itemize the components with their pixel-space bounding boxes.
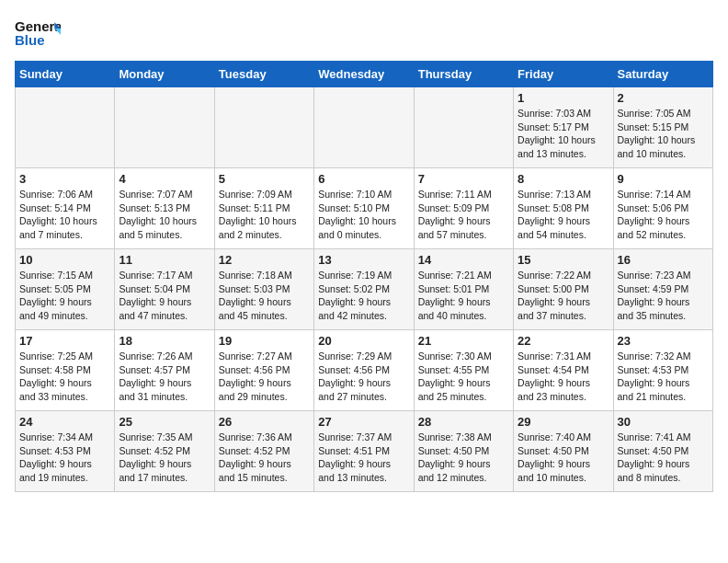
day-number: 3 bbox=[19, 172, 110, 186]
day-number: 10 bbox=[19, 253, 110, 267]
day-number: 25 bbox=[119, 415, 210, 429]
calendar-cell bbox=[16, 87, 115, 168]
day-info: Sunrise: 7:06 AM Sunset: 5:14 PM Dayligh… bbox=[19, 188, 110, 242]
day-number: 20 bbox=[318, 334, 409, 348]
calendar-cell bbox=[314, 87, 414, 168]
calendar-cell: 21Sunrise: 7:30 AM Sunset: 4:55 PM Dayli… bbox=[414, 330, 513, 411]
calendar-cell: 19Sunrise: 7:27 AM Sunset: 4:56 PM Dayli… bbox=[214, 330, 313, 411]
day-info: Sunrise: 7:19 AM Sunset: 5:02 PM Dayligh… bbox=[318, 269, 409, 323]
day-info: Sunrise: 7:34 AM Sunset: 4:53 PM Dayligh… bbox=[19, 431, 110, 485]
day-number: 18 bbox=[119, 334, 210, 348]
calendar-cell: 4Sunrise: 7:07 AM Sunset: 5:13 PM Daylig… bbox=[115, 168, 214, 249]
day-number: 17 bbox=[19, 334, 110, 348]
calendar-cell: 27Sunrise: 7:37 AM Sunset: 4:51 PM Dayli… bbox=[314, 411, 414, 492]
calendar-cell: 1Sunrise: 7:03 AM Sunset: 5:17 PM Daylig… bbox=[514, 87, 613, 168]
calendar-cell: 17Sunrise: 7:25 AM Sunset: 4:58 PM Dayli… bbox=[16, 330, 115, 411]
day-info: Sunrise: 7:37 AM Sunset: 4:51 PM Dayligh… bbox=[318, 431, 409, 485]
svg-text:Blue: Blue bbox=[15, 32, 45, 48]
day-info: Sunrise: 7:30 AM Sunset: 4:55 PM Dayligh… bbox=[418, 350, 509, 404]
calendar-cell: 6Sunrise: 7:10 AM Sunset: 5:10 PM Daylig… bbox=[314, 168, 414, 249]
calendar-cell: 23Sunrise: 7:32 AM Sunset: 4:53 PM Dayli… bbox=[613, 330, 712, 411]
calendar-cell: 30Sunrise: 7:41 AM Sunset: 4:50 PM Dayli… bbox=[613, 411, 712, 492]
weekday-header-thursday: Thursday bbox=[414, 62, 513, 87]
day-number: 26 bbox=[219, 415, 310, 429]
day-number: 6 bbox=[318, 172, 409, 186]
calendar-cell bbox=[414, 87, 513, 168]
day-info: Sunrise: 7:05 AM Sunset: 5:15 PM Dayligh… bbox=[618, 107, 709, 161]
calendar-cell: 26Sunrise: 7:36 AM Sunset: 4:52 PM Dayli… bbox=[214, 411, 313, 492]
calendar-cell: 28Sunrise: 7:38 AM Sunset: 4:50 PM Dayli… bbox=[414, 411, 513, 492]
day-info: Sunrise: 7:15 AM Sunset: 5:05 PM Dayligh… bbox=[19, 269, 110, 323]
day-number: 21 bbox=[418, 334, 509, 348]
calendar-cell: 29Sunrise: 7:40 AM Sunset: 4:50 PM Dayli… bbox=[514, 411, 613, 492]
calendar-cell: 3Sunrise: 7:06 AM Sunset: 5:14 PM Daylig… bbox=[16, 168, 115, 249]
calendar-cell bbox=[115, 87, 214, 168]
logo: General Blue bbox=[15, 15, 61, 52]
weekday-header-friday: Friday bbox=[514, 62, 613, 87]
day-number: 7 bbox=[418, 172, 509, 186]
calendar-cell: 7Sunrise: 7:11 AM Sunset: 5:09 PM Daylig… bbox=[414, 168, 513, 249]
day-number: 16 bbox=[618, 253, 709, 267]
weekday-header-sunday: Sunday bbox=[16, 62, 115, 87]
day-number: 14 bbox=[418, 253, 509, 267]
day-info: Sunrise: 7:31 AM Sunset: 4:54 PM Dayligh… bbox=[518, 350, 609, 404]
day-info: Sunrise: 7:35 AM Sunset: 4:52 PM Dayligh… bbox=[119, 431, 210, 485]
day-info: Sunrise: 7:41 AM Sunset: 4:50 PM Dayligh… bbox=[618, 431, 709, 485]
calendar-cell: 15Sunrise: 7:22 AM Sunset: 5:00 PM Dayli… bbox=[514, 249, 613, 330]
calendar-cell: 5Sunrise: 7:09 AM Sunset: 5:11 PM Daylig… bbox=[214, 168, 313, 249]
day-info: Sunrise: 7:40 AM Sunset: 4:50 PM Dayligh… bbox=[518, 431, 609, 485]
day-number: 19 bbox=[219, 334, 310, 348]
calendar-cell: 24Sunrise: 7:34 AM Sunset: 4:53 PM Dayli… bbox=[16, 411, 115, 492]
day-info: Sunrise: 7:22 AM Sunset: 5:00 PM Dayligh… bbox=[518, 269, 609, 323]
weekday-header-saturday: Saturday bbox=[613, 62, 712, 87]
calendar-cell: 20Sunrise: 7:29 AM Sunset: 4:56 PM Dayli… bbox=[314, 330, 414, 411]
logo-icon: General Blue bbox=[15, 15, 61, 52]
calendar-cell: 18Sunrise: 7:26 AM Sunset: 4:57 PM Dayli… bbox=[115, 330, 214, 411]
day-info: Sunrise: 7:23 AM Sunset: 4:59 PM Dayligh… bbox=[618, 269, 709, 323]
day-number: 11 bbox=[119, 253, 210, 267]
day-info: Sunrise: 7:38 AM Sunset: 4:50 PM Dayligh… bbox=[418, 431, 509, 485]
day-info: Sunrise: 7:13 AM Sunset: 5:08 PM Dayligh… bbox=[518, 188, 609, 242]
day-number: 22 bbox=[518, 334, 609, 348]
day-number: 29 bbox=[518, 415, 609, 429]
calendar-cell: 14Sunrise: 7:21 AM Sunset: 5:01 PM Dayli… bbox=[414, 249, 513, 330]
day-info: Sunrise: 7:17 AM Sunset: 5:04 PM Dayligh… bbox=[119, 269, 210, 323]
calendar-cell: 9Sunrise: 7:14 AM Sunset: 5:06 PM Daylig… bbox=[613, 168, 712, 249]
calendar-cell: 12Sunrise: 7:18 AM Sunset: 5:03 PM Dayli… bbox=[214, 249, 313, 330]
day-number: 24 bbox=[19, 415, 110, 429]
day-number: 23 bbox=[618, 334, 709, 348]
day-number: 12 bbox=[219, 253, 310, 267]
day-info: Sunrise: 7:26 AM Sunset: 4:57 PM Dayligh… bbox=[119, 350, 210, 404]
weekday-header-tuesday: Tuesday bbox=[214, 62, 313, 87]
calendar-cell: 11Sunrise: 7:17 AM Sunset: 5:04 PM Dayli… bbox=[115, 249, 214, 330]
day-info: Sunrise: 7:07 AM Sunset: 5:13 PM Dayligh… bbox=[119, 188, 210, 242]
day-number: 8 bbox=[518, 172, 609, 186]
day-number: 9 bbox=[618, 172, 709, 186]
day-number: 2 bbox=[618, 91, 709, 105]
calendar-cell: 2Sunrise: 7:05 AM Sunset: 5:15 PM Daylig… bbox=[613, 87, 712, 168]
calendar-cell: 10Sunrise: 7:15 AM Sunset: 5:05 PM Dayli… bbox=[16, 249, 115, 330]
day-info: Sunrise: 7:14 AM Sunset: 5:06 PM Dayligh… bbox=[618, 188, 709, 242]
day-number: 4 bbox=[119, 172, 210, 186]
day-number: 28 bbox=[418, 415, 509, 429]
weekday-header-wednesday: Wednesday bbox=[314, 62, 414, 87]
day-number: 30 bbox=[618, 415, 709, 429]
day-info: Sunrise: 7:11 AM Sunset: 5:09 PM Dayligh… bbox=[418, 188, 509, 242]
day-info: Sunrise: 7:18 AM Sunset: 5:03 PM Dayligh… bbox=[219, 269, 310, 323]
day-info: Sunrise: 7:10 AM Sunset: 5:10 PM Dayligh… bbox=[318, 188, 409, 242]
calendar-cell: 22Sunrise: 7:31 AM Sunset: 4:54 PM Dayli… bbox=[514, 330, 613, 411]
day-number: 15 bbox=[518, 253, 609, 267]
day-info: Sunrise: 7:03 AM Sunset: 5:17 PM Dayligh… bbox=[518, 107, 609, 161]
day-number: 13 bbox=[318, 253, 409, 267]
day-info: Sunrise: 7:36 AM Sunset: 4:52 PM Dayligh… bbox=[219, 431, 310, 485]
day-info: Sunrise: 7:09 AM Sunset: 5:11 PM Dayligh… bbox=[219, 188, 310, 242]
day-number: 5 bbox=[219, 172, 310, 186]
weekday-header-monday: Monday bbox=[115, 62, 214, 87]
calendar-cell: 13Sunrise: 7:19 AM Sunset: 5:02 PM Dayli… bbox=[314, 249, 414, 330]
calendar-cell: 25Sunrise: 7:35 AM Sunset: 4:52 PM Dayli… bbox=[115, 411, 214, 492]
day-info: Sunrise: 7:29 AM Sunset: 4:56 PM Dayligh… bbox=[318, 350, 409, 404]
calendar-cell bbox=[214, 87, 313, 168]
day-info: Sunrise: 7:21 AM Sunset: 5:01 PM Dayligh… bbox=[418, 269, 509, 323]
day-info: Sunrise: 7:25 AM Sunset: 4:58 PM Dayligh… bbox=[19, 350, 110, 404]
day-info: Sunrise: 7:32 AM Sunset: 4:53 PM Dayligh… bbox=[618, 350, 709, 404]
